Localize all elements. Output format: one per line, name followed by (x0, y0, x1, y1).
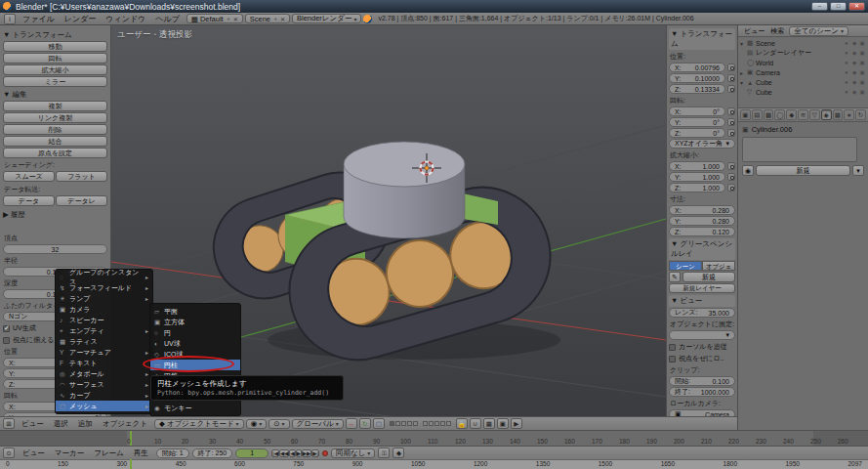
browse-icon[interactable]: ▾ (852, 165, 864, 176)
tool-button[interactable]: リンク複製 (3, 112, 107, 123)
viewport-shading-select[interactable]: ◉▾ (246, 419, 268, 429)
number-field[interactable]: X:0.280 (669, 205, 735, 215)
timeline-menu-item[interactable]: マーカー (50, 448, 89, 457)
mesh-submenu-item[interactable]: ○ 円 (150, 327, 240, 338)
pivot-point-select[interactable]: ⊙▾ (269, 419, 289, 429)
properties-tab-icon[interactable]: ▦ (833, 109, 844, 120)
number-field[interactable]: Y:0.10000 (669, 73, 725, 83)
tool-button[interactable]: フラット (56, 171, 107, 182)
tank-turret-top[interactable] (344, 142, 465, 187)
new-layer-button[interactable]: 新規レイヤー (669, 283, 735, 293)
opengl-render-icon[interactable]: ▣ (497, 418, 509, 429)
checkbox[interactable] (3, 325, 10, 332)
tool-button[interactable]: 回転 (3, 53, 107, 64)
new-material-button[interactable]: 新規 (756, 165, 850, 176)
visibility-eye-icon[interactable]: ● (843, 79, 850, 85)
number-field[interactable]: Z:1.000 (669, 183, 725, 192)
render-engine-select[interactable]: Blenderレンダー ▾ (292, 14, 361, 23)
sync-mode-select[interactable]: 同期なし▾ (331, 448, 375, 458)
properties-tab-icon[interactable]: ◆ (786, 109, 797, 120)
tool-button[interactable]: データレ (56, 195, 107, 206)
add-menu-item[interactable]: ⌖ エンプティ ▸ (56, 325, 152, 336)
maximize-button[interactable]: □ (830, 2, 847, 11)
menubar-item[interactable]: ファイル (18, 15, 60, 23)
keyframe-insert-icon[interactable]: ◆ (393, 448, 404, 458)
mesh-submenu-item[interactable]: ◇ ICO球 (150, 349, 240, 360)
number-field[interactable]: Z:0.120 (669, 227, 735, 236)
timeline-canvas[interactable]: 0102030405060708090100110120130140150160… (0, 430, 868, 446)
properties-tab-icon[interactable]: ▽ (809, 109, 820, 120)
outliner-row[interactable]: ▸ ▣ Camera ● ◆ ▣ (740, 67, 866, 77)
properties-tab-icon[interactable]: ≋ (798, 109, 808, 120)
add-menu-item[interactable]: ↯ フォースフィールド ▸ (56, 282, 152, 293)
number-field[interactable]: 開始:0.100 (669, 376, 735, 386)
editor-type-icon[interactable]: ⊙ (3, 448, 15, 458)
remove-scene-icon[interactable]: ✕ (280, 16, 285, 22)
checkbox[interactable] (669, 344, 676, 351)
properties-tab-icon[interactable]: ◉ (821, 109, 832, 120)
add-menu-item[interactable]: ◌ グループのインスタンス ▸ (56, 272, 152, 282)
scene-select[interactable]: Scene ＋ ✕ (245, 14, 290, 23)
checkbox[interactable] (3, 337, 10, 344)
playback-button[interactable]: ◀◀ (279, 449, 289, 457)
panel-header-grease-pencil[interactable]: ▼ グリースペンシルレイ (669, 238, 735, 260)
properties-tab-icon[interactable]: ▤ (752, 109, 763, 120)
visibility-eye-icon[interactable]: ● (843, 69, 850, 75)
pencil-icon[interactable]: ✎ (669, 272, 681, 282)
outliner-filter-select[interactable]: 全てのシーン▾ (789, 26, 848, 36)
outliner-row[interactable]: ▾ ▩ Scene ● ◆ ▣ (740, 38, 866, 48)
local-camera-field[interactable]: ▣Camera (669, 409, 735, 416)
timeline-menu-item[interactable]: フレーム (89, 448, 129, 457)
lock-icon[interactable] (727, 64, 735, 71)
selectability-icon[interactable]: ◆ (850, 50, 858, 56)
editor-type-icon[interactable]: ⊞ (3, 418, 15, 429)
tool-button[interactable]: 移動 (3, 41, 107, 52)
number-field[interactable]: Y:0.280 (669, 216, 735, 226)
playback-button[interactable]: ▶ (296, 449, 302, 457)
lock-icon[interactable] (727, 118, 735, 126)
lock-icon[interactable] (727, 184, 735, 192)
selectability-icon[interactable]: ◆ (850, 69, 858, 75)
add-menu-item[interactable]: ◎ メタボール ▸ (56, 368, 152, 379)
timeline-menu-item[interactable]: 再生 (129, 448, 153, 457)
add-menu-item[interactable]: ◠ サーフェス ▸ (56, 379, 152, 390)
manipulator-rotate-icon[interactable]: ↻ (359, 418, 371, 429)
tool-button[interactable]: 削除 (3, 124, 107, 135)
frame-start-field[interactable]: 開始:1 (156, 448, 189, 458)
expand-icon[interactable]: ▾ (740, 79, 747, 86)
lens-field[interactable]: レンズ:35.000 (669, 308, 735, 318)
panel-header-transform[interactable]: ▼ トランスフォーム (3, 30, 107, 40)
number-field[interactable]: Y:0° (669, 117, 725, 127)
tool-button[interactable]: データ (3, 195, 55, 206)
number-field[interactable]: Y:1.000 (669, 172, 725, 182)
rotation-mode-select[interactable]: XYZオイラー角▾ (669, 139, 735, 149)
add-menu-item[interactable]: ☀ ランプ ▸ (56, 293, 152, 304)
add-menu-item[interactable]: Y アーマチュア ▸ (56, 347, 152, 358)
outliner-row[interactable]: ▾ ▲ Cube ● ◆ ▣ (740, 77, 866, 87)
panel-header-view[interactable]: ▼ ビュー (669, 295, 735, 307)
minimize-button[interactable]: – (811, 2, 828, 11)
manipulator-scale-icon[interactable]: ▢ (373, 418, 385, 429)
view3d-menu-item[interactable]: オブジェクト (98, 419, 152, 428)
toggle-option[interactable]: シーン (669, 261, 702, 271)
add-menu-item[interactable]: F テキスト (56, 358, 152, 368)
add-menu-item[interactable]: ▣ カメラ (56, 304, 152, 315)
menubar-item[interactable]: ウィンドウ (101, 15, 150, 23)
add-layout-icon[interactable]: ＋ (226, 15, 231, 23)
lock-icon[interactable] (727, 129, 735, 137)
auto-keyframe-record-icon[interactable] (322, 450, 328, 456)
selectability-icon[interactable]: ◆ (850, 89, 858, 95)
selectability-icon[interactable]: ◆ (850, 60, 858, 65)
lock-icon[interactable] (727, 107, 735, 115)
opengl-render-anim-icon[interactable]: ▶ (511, 418, 522, 429)
mesh-submenu-item[interactable]: ◐ UV球 (150, 338, 240, 349)
visibility-eye-icon[interactable]: ● (843, 89, 850, 95)
properties-tab-icon[interactable]: ▣ (740, 109, 751, 120)
outliner-menu-item[interactable]: 検索 (767, 27, 787, 34)
current-frame-field[interactable]: 1 (235, 448, 269, 458)
visibility-eye-icon[interactable]: ● (843, 40, 850, 46)
add-scene-icon[interactable]: ＋ (272, 15, 278, 23)
renderability-icon[interactable]: ▣ (858, 89, 866, 95)
number-field[interactable]: X:0.00796 (669, 63, 725, 72)
view3d-menu-item[interactable]: ビュー (17, 419, 49, 428)
